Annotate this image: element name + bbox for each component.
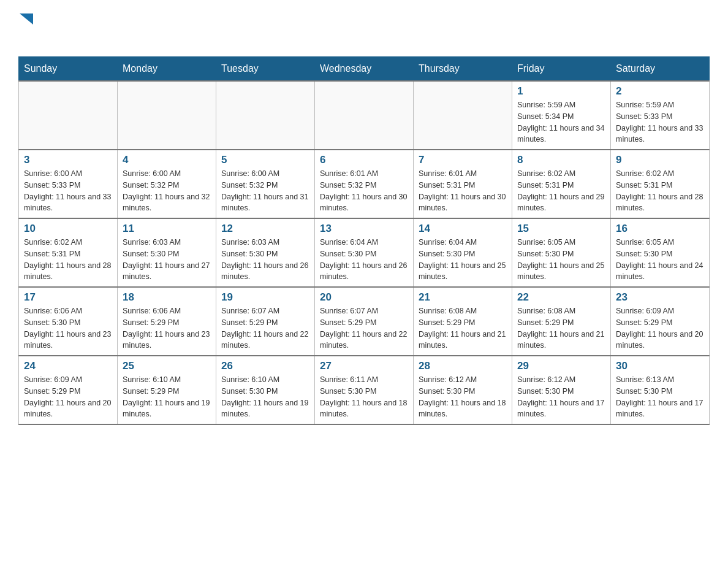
day-number: 1 [517, 85, 605, 98]
calendar-day-cell: 9Sunrise: 6:02 AMSunset: 5:31 PMDaylight… [611, 150, 710, 218]
day-info: Sunrise: 6:06 AMSunset: 5:29 PMDaylight:… [123, 305, 211, 351]
day-info: Sunrise: 6:06 AMSunset: 5:30 PMDaylight:… [24, 305, 112, 351]
calendar-day-cell: 29Sunrise: 6:12 AMSunset: 5:30 PMDayligh… [512, 356, 611, 424]
day-of-week-header: Monday [118, 57, 216, 82]
day-number: 5 [221, 154, 309, 166]
calendar-day-cell: 25Sunrise: 6:10 AMSunset: 5:29 PMDayligh… [118, 356, 216, 424]
day-info: Sunrise: 5:59 AMSunset: 5:33 PMDaylight:… [616, 99, 704, 145]
day-info: Sunrise: 6:04 AMSunset: 5:30 PMDaylight:… [320, 237, 408, 283]
day-number: 29 [517, 360, 605, 372]
day-info: Sunrise: 6:02 AMSunset: 5:31 PMDaylight:… [517, 168, 605, 214]
day-number: 19 [221, 291, 309, 304]
calendar-day-cell: 30Sunrise: 6:13 AMSunset: 5:30 PMDayligh… [611, 356, 710, 424]
day-info: Sunrise: 6:00 AMSunset: 5:32 PMDaylight:… [221, 168, 309, 214]
day-info: Sunrise: 6:01 AMSunset: 5:32 PMDaylight:… [320, 168, 408, 214]
calendar-day-cell: 22Sunrise: 6:08 AMSunset: 5:29 PMDayligh… [512, 287, 611, 356]
day-of-week-header: Sunday [19, 57, 118, 82]
calendar-day-cell: 21Sunrise: 6:08 AMSunset: 5:29 PMDayligh… [414, 287, 512, 356]
calendar-week-row: 3Sunrise: 6:00 AMSunset: 5:33 PMDaylight… [19, 150, 710, 218]
day-info: Sunrise: 6:00 AMSunset: 5:33 PMDaylight:… [24, 168, 112, 214]
day-info: Sunrise: 6:02 AMSunset: 5:31 PMDaylight:… [616, 168, 704, 214]
calendar-day-cell: 24Sunrise: 6:09 AMSunset: 5:29 PMDayligh… [19, 356, 118, 424]
calendar-day-cell: 17Sunrise: 6:06 AMSunset: 5:30 PMDayligh… [19, 287, 118, 356]
calendar-day-cell: 18Sunrise: 6:06 AMSunset: 5:29 PMDayligh… [118, 287, 216, 356]
calendar-day-cell: 4Sunrise: 6:00 AMSunset: 5:32 PMDaylight… [118, 150, 216, 218]
day-number: 13 [320, 223, 408, 235]
calendar-week-row: 17Sunrise: 6:06 AMSunset: 5:30 PMDayligh… [19, 287, 710, 356]
calendar-day-cell: 2Sunrise: 5:59 AMSunset: 5:33 PMDaylight… [611, 81, 710, 150]
day-info: Sunrise: 6:09 AMSunset: 5:29 PMDaylight:… [24, 374, 112, 420]
calendar-day-cell: 7Sunrise: 6:01 AMSunset: 5:31 PMDaylight… [414, 150, 512, 218]
logo-arrow-icon [20, 13, 33, 25]
calendar-day-cell: 15Sunrise: 6:05 AMSunset: 5:30 PMDayligh… [512, 218, 611, 287]
calendar-day-cell: 8Sunrise: 6:02 AMSunset: 5:31 PMDaylight… [512, 150, 611, 218]
calendar-day-cell: 28Sunrise: 6:12 AMSunset: 5:30 PMDayligh… [414, 356, 512, 424]
day-number: 22 [517, 291, 605, 304]
day-number: 16 [616, 223, 704, 235]
day-number: 2 [616, 85, 704, 98]
calendar-header-row: SundayMondayTuesdayWednesdayThursdayFrid… [19, 57, 710, 82]
day-number: 15 [517, 223, 605, 235]
day-info: Sunrise: 6:05 AMSunset: 5:30 PMDaylight:… [517, 237, 605, 283]
day-number: 30 [616, 360, 704, 372]
day-info: Sunrise: 6:09 AMSunset: 5:29 PMDaylight:… [616, 305, 704, 351]
calendar-day-cell: 3Sunrise: 6:00 AMSunset: 5:33 PMDaylight… [19, 150, 118, 218]
day-of-week-header: Saturday [611, 57, 710, 82]
day-info: Sunrise: 6:07 AMSunset: 5:29 PMDaylight:… [221, 305, 309, 351]
day-info: Sunrise: 6:07 AMSunset: 5:29 PMDaylight:… [320, 305, 408, 351]
day-info: Sunrise: 6:00 AMSunset: 5:32 PMDaylight:… [123, 168, 211, 214]
day-of-week-header: Tuesday [216, 57, 315, 82]
day-of-week-header: Friday [512, 57, 611, 82]
calendar-day-cell: 20Sunrise: 6:07 AMSunset: 5:29 PMDayligh… [315, 287, 414, 356]
day-number: 8 [517, 154, 605, 166]
day-number: 20 [320, 291, 408, 304]
day-number: 23 [616, 291, 704, 304]
day-info: Sunrise: 6:12 AMSunset: 5:30 PMDaylight:… [517, 374, 605, 420]
day-of-week-header: Thursday [414, 57, 512, 82]
day-number: 21 [419, 291, 507, 304]
day-number: 18 [123, 291, 211, 304]
day-number: 9 [616, 154, 704, 166]
calendar-day-cell [315, 81, 414, 150]
day-number: 12 [221, 223, 309, 235]
calendar-table: SundayMondayTuesdayWednesdayThursdayFrid… [18, 56, 710, 425]
day-number: 17 [24, 291, 112, 304]
calendar-day-cell [118, 81, 216, 150]
day-info: Sunrise: 6:01 AMSunset: 5:31 PMDaylight:… [419, 168, 507, 214]
calendar-day-cell: 27Sunrise: 6:11 AMSunset: 5:30 PMDayligh… [315, 356, 414, 424]
calendar-week-row: 24Sunrise: 6:09 AMSunset: 5:29 PMDayligh… [19, 356, 710, 424]
calendar-day-cell [414, 81, 512, 150]
calendar-day-cell: 1Sunrise: 5:59 AMSunset: 5:34 PMDaylight… [512, 81, 611, 150]
page-header [18, 12, 710, 44]
day-number: 27 [320, 360, 408, 372]
calendar-day-cell: 12Sunrise: 6:03 AMSunset: 5:30 PMDayligh… [216, 218, 315, 287]
calendar-day-cell: 26Sunrise: 6:10 AMSunset: 5:30 PMDayligh… [216, 356, 315, 424]
day-number: 3 [24, 154, 112, 166]
calendar-day-cell: 13Sunrise: 6:04 AMSunset: 5:30 PMDayligh… [315, 218, 414, 287]
day-number: 4 [123, 154, 211, 166]
day-info: Sunrise: 6:08 AMSunset: 5:29 PMDaylight:… [419, 305, 507, 351]
day-info: Sunrise: 6:02 AMSunset: 5:31 PMDaylight:… [24, 237, 112, 283]
day-info: Sunrise: 6:03 AMSunset: 5:30 PMDaylight:… [221, 237, 309, 283]
day-info: Sunrise: 5:59 AMSunset: 5:34 PMDaylight:… [517, 99, 605, 145]
day-number: 26 [221, 360, 309, 372]
day-info: Sunrise: 6:10 AMSunset: 5:30 PMDaylight:… [221, 374, 309, 420]
calendar-day-cell [216, 81, 315, 150]
logo [18, 12, 33, 44]
day-number: 14 [419, 223, 507, 235]
calendar-day-cell: 16Sunrise: 6:05 AMSunset: 5:30 PMDayligh… [611, 218, 710, 287]
day-number: 28 [419, 360, 507, 372]
day-number: 6 [320, 154, 408, 166]
day-number: 7 [419, 154, 507, 166]
calendar-day-cell: 14Sunrise: 6:04 AMSunset: 5:30 PMDayligh… [414, 218, 512, 287]
day-info: Sunrise: 6:05 AMSunset: 5:30 PMDaylight:… [616, 237, 704, 283]
day-of-week-header: Wednesday [315, 57, 414, 82]
calendar-week-row: 10Sunrise: 6:02 AMSunset: 5:31 PMDayligh… [19, 218, 710, 287]
calendar-day-cell: 5Sunrise: 6:00 AMSunset: 5:32 PMDaylight… [216, 150, 315, 218]
day-number: 24 [24, 360, 112, 372]
calendar-day-cell: 23Sunrise: 6:09 AMSunset: 5:29 PMDayligh… [611, 287, 710, 356]
day-info: Sunrise: 6:10 AMSunset: 5:29 PMDaylight:… [123, 374, 211, 420]
day-number: 25 [123, 360, 211, 372]
day-info: Sunrise: 6:08 AMSunset: 5:29 PMDaylight:… [517, 305, 605, 351]
day-info: Sunrise: 6:12 AMSunset: 5:30 PMDaylight:… [419, 374, 507, 420]
